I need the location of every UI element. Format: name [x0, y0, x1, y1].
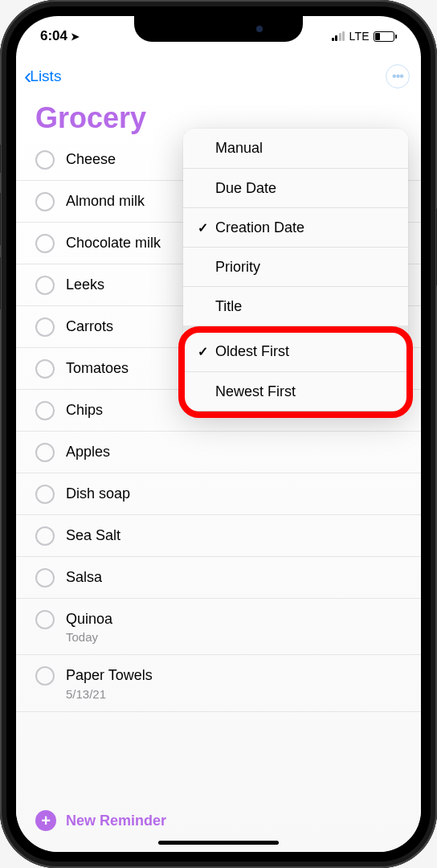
sort-label: Due Date — [215, 180, 276, 197]
checkmark-icon: ✓ — [198, 220, 215, 235]
complete-circle[interactable] — [35, 485, 55, 504]
complete-circle[interactable] — [35, 666, 55, 686]
reminder-label: Quinoa — [66, 609, 112, 628]
reminder-label: Carrots — [66, 317, 113, 336]
back-label: Lists — [30, 68, 61, 85]
sort-label: Manual — [215, 140, 263, 157]
sort-option[interactable]: ✓Creation Date — [183, 207, 408, 247]
reminder-label: Salsa — [66, 567, 102, 587]
more-button[interactable]: ••• — [386, 64, 410, 88]
reminder-subtext: 5/13/21 — [66, 687, 153, 701]
sort-label: Title — [215, 298, 242, 315]
complete-circle[interactable] — [35, 317, 55, 337]
checkmark-icon: ✓ — [198, 344, 215, 359]
reminder-label: Almond milk — [66, 191, 145, 211]
signal-icon — [332, 31, 345, 41]
sort-option[interactable]: Due Date — [183, 168, 408, 207]
menu-separator — [183, 326, 408, 332]
screen: 6:04 ➤ LTE ‹ Lists — [16, 16, 421, 852]
reminder-label: Chips — [66, 400, 103, 420]
reminder-label: Dish soap — [66, 484, 130, 503]
direction-label: Oldest First — [215, 343, 289, 360]
reminder-label: Chocolate milk — [66, 233, 161, 252]
reminder-label: Leeks — [66, 275, 104, 294]
reminder-label: Tomatoes — [66, 358, 129, 378]
direction-option[interactable]: ✓Oldest First — [183, 332, 408, 371]
battery-icon — [374, 31, 397, 42]
sort-menu-popover: ManualDue Date✓Creation DatePriorityTitl… — [183, 129, 408, 411]
complete-circle[interactable] — [35, 150, 55, 170]
reminder-label: Paper Towels — [66, 665, 153, 685]
ellipsis-icon: ••• — [392, 69, 403, 84]
complete-circle[interactable] — [35, 568, 55, 588]
sort-label: Priority — [215, 259, 260, 276]
location-icon: ➤ — [71, 31, 80, 43]
complete-circle[interactable] — [35, 192, 55, 211]
plus-icon: + — [35, 810, 56, 831]
phone-frame: 6:04 ➤ LTE ‹ Lists — [0, 0, 437, 868]
complete-circle[interactable] — [35, 234, 55, 253]
reminder-row[interactable]: Paper Towels5/13/21 — [16, 655, 421, 711]
complete-circle[interactable] — [35, 276, 55, 295]
complete-circle[interactable] — [35, 359, 55, 379]
home-indicator[interactable] — [158, 841, 279, 845]
reminder-subtext: Today — [66, 630, 112, 644]
status-time: 6:04 — [40, 28, 67, 44]
reminder-label: Cheese — [66, 149, 116, 169]
complete-circle[interactable] — [35, 526, 55, 546]
complete-circle[interactable] — [35, 443, 55, 462]
nav-bar: ‹ Lists ••• — [16, 56, 421, 96]
direction-label: Newest First — [215, 383, 296, 400]
back-button[interactable]: ‹ Lists — [24, 65, 61, 88]
reminder-row[interactable]: Salsa — [16, 557, 421, 599]
direction-option[interactable]: Newest First — [183, 371, 408, 411]
new-reminder-label: New Reminder — [66, 813, 166, 829]
reminder-row[interactable]: Dish soap — [16, 473, 421, 515]
sort-option[interactable]: Title — [183, 286, 408, 326]
reminder-label: Apples — [66, 442, 110, 461]
reminder-row[interactable]: Apples — [16, 432, 421, 473]
sort-option[interactable]: Priority — [183, 247, 408, 286]
notch — [134, 16, 303, 42]
reminder-label: Sea Salt — [66, 526, 120, 545]
network-label: LTE — [349, 30, 370, 43]
reminder-row[interactable]: QuinoaToday — [16, 599, 421, 655]
complete-circle[interactable] — [35, 401, 55, 420]
reminder-row[interactable]: Sea Salt — [16, 515, 421, 557]
sort-label: Creation Date — [215, 219, 304, 236]
complete-circle[interactable] — [35, 610, 55, 629]
sort-option[interactable]: Manual — [183, 129, 408, 168]
